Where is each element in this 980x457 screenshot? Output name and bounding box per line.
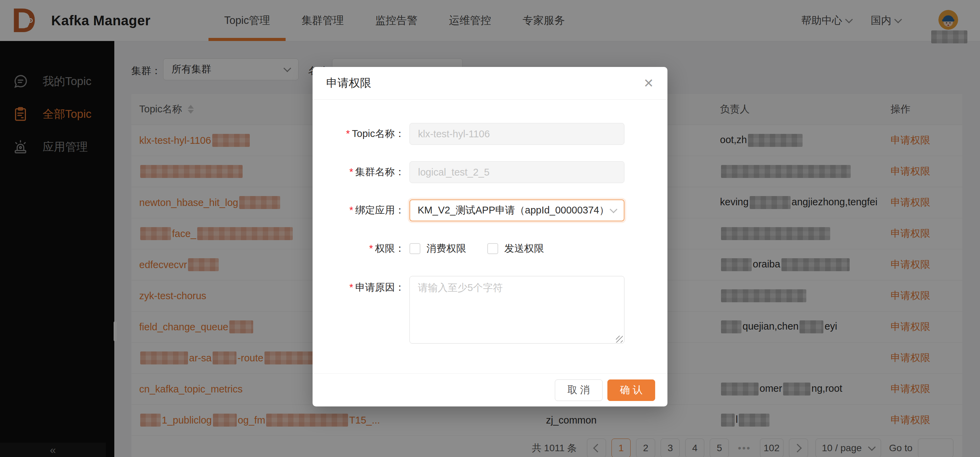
cluster-name-label: 集群名称：	[355, 166, 405, 177]
reason-label: 申请原因：	[355, 282, 405, 293]
consume-permission-label: 消费权限	[426, 242, 466, 256]
chevron-down-icon	[610, 206, 617, 214]
form-row-permission: *权限： 消费权限 发送权限	[313, 238, 667, 260]
bind-app-select[interactable]: KM_V2_测试APP申请（appId_00000374）	[409, 200, 624, 221]
modal-title: 申请权限	[326, 75, 371, 91]
permission-label: 权限：	[375, 243, 405, 254]
topic-name-label: Topic名称：	[352, 128, 405, 139]
reason-textarea[interactable]	[409, 276, 624, 344]
required-mark: *	[369, 243, 373, 254]
form-row-reason: *申请原因：	[313, 276, 667, 345]
modal-header: 申请权限 ✕	[313, 67, 667, 100]
send-permission-label: 发送权限	[504, 242, 544, 256]
permission-options: 消费权限 发送权限	[409, 242, 565, 256]
consume-permission-checkbox[interactable]	[409, 243, 420, 254]
cluster-name-input	[409, 161, 624, 183]
cancel-button[interactable]: 取 消	[555, 379, 603, 401]
apply-permission-modal: 申请权限 ✕ *Topic名称： *集群名称： *绑定应用：	[313, 67, 667, 406]
reason-textarea-wrap	[409, 276, 624, 345]
bind-app-value: KM_V2_测试APP申请（appId_00000374）	[418, 204, 609, 217]
form-row-topic-name: *Topic名称：	[313, 123, 667, 145]
required-mark: *	[349, 166, 353, 177]
confirm-button[interactable]: 确 认	[608, 379, 655, 401]
required-mark: *	[349, 205, 353, 216]
send-permission-checkbox[interactable]	[487, 243, 498, 254]
bind-app-label: 绑定应用：	[355, 205, 405, 216]
required-mark: *	[346, 128, 350, 139]
form-row-bind-app: *绑定应用： KM_V2_测试APP申请（appId_00000374）	[313, 200, 667, 221]
resize-handle-icon[interactable]	[616, 336, 623, 343]
modal-footer: 取 消 确 认	[313, 373, 667, 406]
topic-name-input	[409, 123, 624, 145]
kafka-manager-app: D Kafka Manager Topic管理 集群管理 监控告警 运维管控 专…	[0, 0, 980, 457]
modal-body: *Topic名称： *集群名称： *绑定应用： KM_V2_测试APP申请（ap…	[313, 100, 667, 345]
close-icon[interactable]: ✕	[644, 77, 654, 89]
required-mark: *	[349, 282, 353, 293]
form-row-cluster-name: *集群名称：	[313, 161, 667, 183]
